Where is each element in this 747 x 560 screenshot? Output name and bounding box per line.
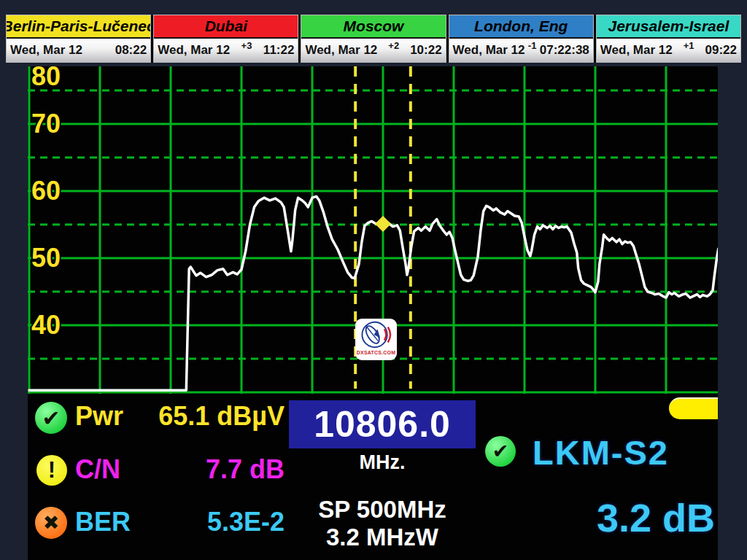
- y-axis-tick-label: 60: [31, 176, 61, 206]
- signal-standard-label: LKM-S2: [533, 432, 669, 472]
- clock-city-name: Dubai: [154, 15, 298, 39]
- clock-time: 07:22:38: [540, 43, 589, 58]
- yellow-indicator-pill[interactable]: [669, 397, 718, 419]
- clock-time: 10:22: [410, 43, 441, 58]
- clock-berlin-paris-lucenec: Berlin-Paris-Lučenec Wed, Mar 12 08:22: [6, 15, 151, 63]
- clock-jerusalem-israel: Jerusalem-Israel Wed, Mar 12 +1 09:22: [596, 15, 741, 63]
- clock-date: Wed, Mar 12: [158, 43, 230, 58]
- clock-time: 09:22: [705, 43, 737, 58]
- analyzer-screen: 8070605040 DXSATCS.COM ✔ Pwr 65.1 dBµV !…: [28, 66, 718, 560]
- world-clocks-panel: Berlin-Paris-Lučenec Wed, Mar 12 08:22 D…: [6, 15, 741, 63]
- cn-value: 7.7 dB: [130, 454, 285, 485]
- clock-city-name: Moscow: [301, 15, 445, 39]
- y-axis-tick-label: 70: [31, 109, 61, 139]
- clock-date: Wed, Mar 12: [600, 43, 673, 58]
- frequency-unit-label: MHz.: [289, 451, 476, 474]
- clock-date: Wed, Mar 12: [10, 43, 82, 58]
- cross-glyph: ✖: [43, 511, 60, 534]
- y-axis-tick-label: 50: [31, 243, 61, 273]
- pwr-value: 65.1 dBµV: [130, 401, 285, 432]
- exclamation-glyph: !: [48, 457, 55, 483]
- watermark-text: DXSATCS.COM: [357, 350, 395, 356]
- clock-city-name: Jerusalem-Israel: [597, 15, 740, 39]
- signal-lock-check-icon: ✔: [485, 436, 516, 467]
- clock-time: 11:22: [263, 43, 295, 58]
- clock-london-eng: London, Eng Wed, Mar 12 -1 07:22:38: [449, 15, 594, 63]
- dxsatcs-watermark: DXSATCS.COM: [355, 319, 397, 360]
- clock-time-row: Wed, Mar 12 +2 10:22: [301, 39, 445, 62]
- ber-value: 5.3E-2: [130, 507, 285, 537]
- clock-time-row: Wed, Mar 12 -1 07:22:38: [449, 39, 593, 62]
- span-setting-label: SP 500MHz: [278, 496, 487, 524]
- clock-utc-offset: +3: [241, 40, 252, 51]
- clock-city-name: London, Eng: [449, 15, 593, 39]
- pwr-status-check-icon: ✔: [35, 402, 67, 434]
- clock-time-row: Wed, Mar 12 +1 09:22: [597, 39, 740, 62]
- cn-warning-icon: !: [36, 455, 67, 486]
- clock-date: Wed, Mar 12: [453, 43, 525, 58]
- clock-utc-offset: -1: [528, 40, 537, 51]
- signal-margin-value: 3.2 dB: [597, 495, 715, 540]
- clock-utc-offset: +1: [684, 40, 694, 51]
- pwr-label: Pwr: [75, 401, 123, 432]
- y-axis-tick-label: 40: [31, 310, 61, 340]
- clock-time-row: Wed, Mar 12 08:22: [7, 39, 150, 62]
- center-marker-diamond: [375, 216, 391, 232]
- clock-utc-offset: +2: [388, 40, 399, 51]
- check-glyph: ✔: [42, 405, 60, 431]
- ber-label: BER: [75, 507, 131, 537]
- clock-dubai: Dubai Wed, Mar 12 +3 11:22: [153, 15, 298, 63]
- bandwidth-setting-label: 3.2 MHzW: [278, 524, 487, 551]
- check-glyph: ✔: [492, 440, 509, 463]
- clock-moscow: Moscow Wed, Mar 12 +2 10:22: [301, 15, 446, 63]
- cn-label: C/N: [75, 454, 120, 485]
- satellite-dish-icon: [356, 319, 396, 350]
- y-axis-tick-label: 80: [31, 66, 61, 91]
- clock-time-row: Wed, Mar 12 +3 11:22: [154, 39, 298, 62]
- ber-fail-icon: ✖: [35, 507, 67, 539]
- center-frequency-field[interactable]: 10806.0: [289, 400, 476, 448]
- clock-time: 08:22: [115, 43, 147, 58]
- clock-city-name: Berlin-Paris-Lučenec: [7, 15, 150, 39]
- clock-date: Wed, Mar 12: [305, 43, 377, 58]
